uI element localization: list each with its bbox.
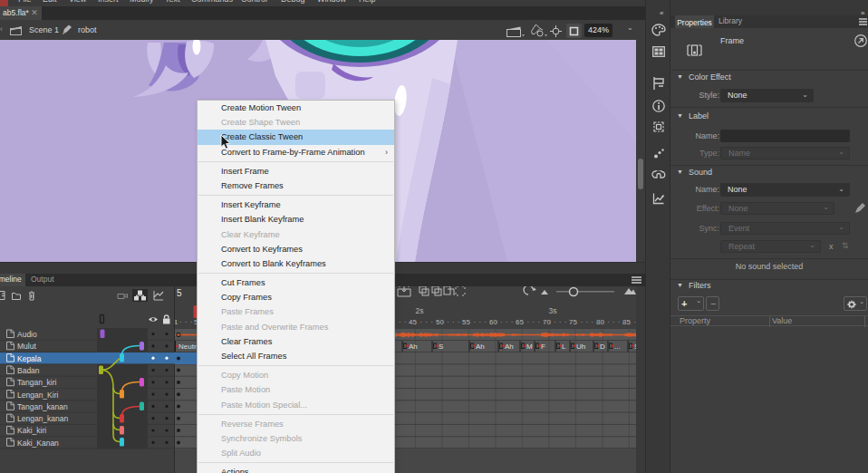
- svg-text:M: M: [526, 343, 533, 351]
- svg-text:L: L: [562, 343, 566, 351]
- svg-text:2s: 2s: [416, 306, 424, 315]
- svg-text:Tangan_kanan: Tangan_kanan: [17, 402, 68, 411]
- svg-text:Ah: Ah: [505, 343, 514, 351]
- svg-text:Kaki_kiri: Kaki_kiri: [17, 426, 46, 435]
- svg-text:S: S: [439, 343, 443, 351]
- svg-text:Lengan_kanan: Lengan_kanan: [17, 414, 69, 423]
- svg-text:Ah: Ah: [409, 343, 418, 351]
- svg-text:Audio: Audio: [17, 330, 37, 339]
- svg-text:Kepala: Kepala: [17, 354, 42, 363]
- svg-text:5: 5: [177, 288, 182, 298]
- svg-text:Mulut: Mulut: [17, 342, 36, 351]
- svg-text:D: D: [600, 343, 605, 351]
- svg-text:Ah: Ah: [476, 343, 485, 351]
- svg-text:Uh: Uh: [576, 343, 585, 351]
- svg-text:F: F: [541, 343, 545, 351]
- svg-text:...: ...: [614, 343, 621, 351]
- svg-text:Badan: Badan: [17, 366, 40, 375]
- svg-text:3s: 3s: [549, 306, 557, 315]
- svg-text:Lengan_Kiri: Lengan_Kiri: [17, 391, 58, 400]
- svg-text:Tangan_kiri: Tangan_kiri: [17, 378, 57, 387]
- svg-text:Kaki_Kanan: Kaki_Kanan: [17, 439, 59, 448]
